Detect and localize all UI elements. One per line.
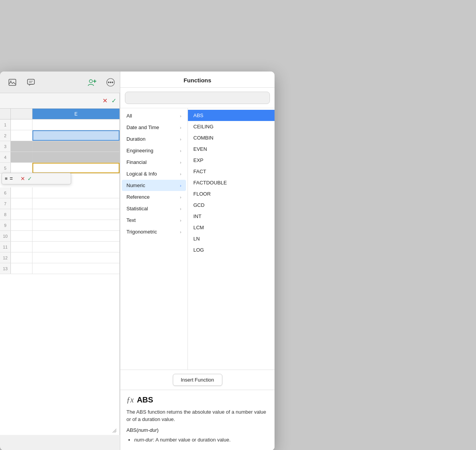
row-num-1: 1 <box>0 119 11 130</box>
function-lcm[interactable]: LCM <box>188 222 275 233</box>
chevron-numeric: › <box>180 183 181 188</box>
help-syntax-label: ABS( <box>126 427 138 433</box>
function-floor[interactable]: FLOOR <box>188 188 275 199</box>
cell-3-empty[interactable] <box>11 141 32 152</box>
cell-9-empty[interactable] <box>11 220 32 230</box>
cell-6-e[interactable] <box>32 188 119 198</box>
help-param-desc: A number value or duration value. <box>155 437 230 443</box>
function-int[interactable]: INT <box>188 211 275 222</box>
search-input[interactable] <box>125 92 270 104</box>
category-duration[interactable]: Duration › <box>122 133 186 145</box>
svg-point-10 <box>112 82 113 83</box>
chevron-all: › <box>180 114 181 118</box>
row-num-4: 4 <box>0 152 11 162</box>
cell-2-empty[interactable] <box>11 130 32 141</box>
col-header-e[interactable]: E <box>32 109 119 119</box>
corner-cell <box>0 109 11 119</box>
category-date-time-label: Date and Time <box>126 124 159 130</box>
col-header-empty <box>11 109 32 119</box>
category-text[interactable]: Text › <box>122 215 186 226</box>
search-wrapper <box>125 92 270 104</box>
function-fact[interactable]: FACT <box>188 166 275 177</box>
function-even[interactable]: EVEN <box>188 143 275 155</box>
cell-7-e[interactable] <box>32 198 119 209</box>
row-num-7: 7 <box>0 198 11 209</box>
chevron-logical: › <box>180 172 181 176</box>
cell-8-e[interactable] <box>32 209 119 220</box>
chevron-text: › <box>180 218 181 223</box>
help-function-name: ABS <box>137 395 153 404</box>
formula-overlay-cancel[interactable]: ✕ <box>20 176 25 182</box>
function-ln[interactable]: LN <box>188 233 275 244</box>
category-engineering[interactable]: Engineering › <box>122 145 186 156</box>
help-param-item: num-dur: A number value or duration valu… <box>134 436 268 444</box>
cell-1-e[interactable] <box>32 119 119 130</box>
cell-8-empty[interactable] <box>11 209 32 220</box>
cell-12-e[interactable] <box>32 252 119 263</box>
cell-formula-overlay: = ✕ ✓ <box>2 173 71 184</box>
cell-4-e[interactable] <box>32 152 119 162</box>
chevron-trigonometric: › <box>180 230 181 234</box>
cell-5-e[interactable] <box>32 163 119 173</box>
more-options-icon[interactable] <box>104 76 117 89</box>
cell-1-empty[interactable] <box>11 119 32 130</box>
category-reference[interactable]: Reference › <box>122 191 186 203</box>
category-all-label: All <box>126 113 132 119</box>
function-combin[interactable]: COMBIN <box>188 132 275 143</box>
chevron-reference: › <box>180 195 181 199</box>
cell-11-e[interactable] <box>32 242 119 252</box>
chevron-duration: › <box>180 137 181 141</box>
categories-list: All › Date and Time › Duration › Enginee… <box>120 108 188 370</box>
help-syntax-close: ) <box>157 427 159 433</box>
column-headers: E <box>0 109 119 119</box>
row-num-10: 10 <box>0 231 11 241</box>
function-abs[interactable]: ABS <box>188 110 275 121</box>
cell-9-e[interactable] <box>32 220 119 230</box>
svg-point-8 <box>108 82 109 83</box>
spreadsheet-panel: ✕ ✓ E 1 2 <box>0 93 120 435</box>
category-trigonometric[interactable]: Trigonometric › <box>122 226 186 237</box>
insert-function-button[interactable]: Insert Function <box>173 374 222 386</box>
cell-4-empty[interactable] <box>11 152 32 162</box>
image-icon[interactable] <box>6 76 19 89</box>
cell-2-e-selected[interactable] <box>32 130 119 141</box>
function-ceiling[interactable]: CEILING <box>188 121 275 132</box>
cell-7-empty[interactable] <box>11 198 32 209</box>
confirm-formula-top[interactable]: ✓ <box>111 97 116 104</box>
cell-6-empty[interactable] <box>11 188 32 198</box>
cell-10-e[interactable] <box>32 231 119 241</box>
category-date-time[interactable]: Date and Time › <box>122 122 186 133</box>
category-statistical-label: Statistical <box>126 206 148 211</box>
cell-3-e[interactable] <box>32 141 119 152</box>
category-numeric[interactable]: Numeric › <box>122 180 186 191</box>
cell-5-empty[interactable] <box>11 163 32 173</box>
cell-11-empty[interactable] <box>11 242 32 252</box>
category-financial[interactable]: Financial › <box>122 157 186 168</box>
row-num-2: 2 <box>0 130 11 141</box>
app-window: ✕ ✓ E 1 2 <box>0 72 275 450</box>
cell-13-e[interactable] <box>32 263 119 274</box>
resize-handle[interactable] <box>112 427 116 432</box>
svg-rect-2 <box>27 79 34 84</box>
category-reference-label: Reference <box>126 194 150 200</box>
comment-icon[interactable] <box>25 76 37 89</box>
cell-13-empty[interactable] <box>11 263 32 274</box>
category-engineering-label: Engineering <box>126 148 153 153</box>
row-num-13: 13 <box>0 263 11 274</box>
cell-10-empty[interactable] <box>11 231 32 241</box>
category-logical[interactable]: Logical & Info › <box>122 168 186 179</box>
help-description: The ABS function returns the absolute va… <box>126 408 268 423</box>
category-statistical[interactable]: Statistical › <box>122 203 186 214</box>
function-log[interactable]: LOG <box>188 244 275 256</box>
cancel-formula-top[interactable]: ✕ <box>102 97 107 104</box>
function-gcd[interactable]: GCD <box>188 199 275 211</box>
functions-footer: Insert Function <box>120 370 275 390</box>
category-all[interactable]: All › <box>122 110 186 121</box>
function-factdouble[interactable]: FACTDOUBLE <box>188 177 275 188</box>
svg-point-9 <box>110 82 111 83</box>
function-exp[interactable]: EXP <box>188 155 275 166</box>
cell-12-empty[interactable] <box>11 252 32 263</box>
add-collaborator-icon[interactable] <box>86 76 98 89</box>
formula-overlay-confirm[interactable]: ✓ <box>27 176 32 182</box>
formula-bar-top: ✕ ✓ <box>0 93 119 109</box>
